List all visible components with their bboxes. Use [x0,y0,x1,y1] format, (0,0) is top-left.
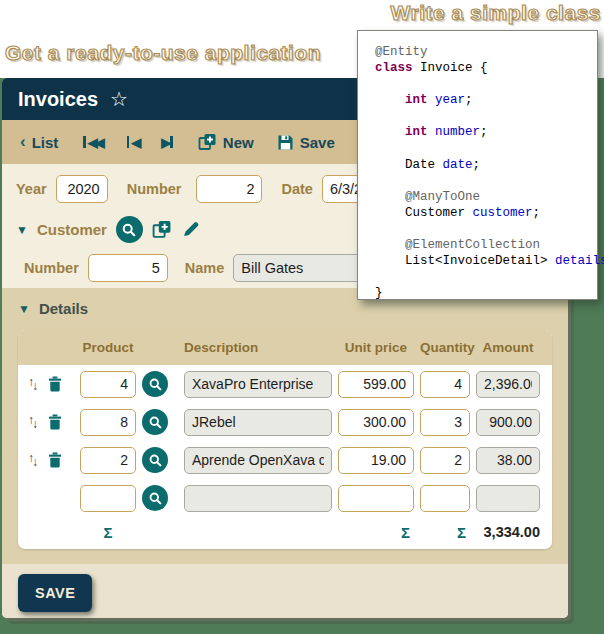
search-icon [148,453,163,468]
table-row: ↑↓ [18,365,552,403]
headline-ready-app: Get a ready-to-use application [5,41,321,65]
add-new-icon [152,220,172,239]
delete-row-button[interactable] [48,452,62,468]
new-button[interactable]: New [198,133,254,151]
table-footer-row: Σ Σ Σ 3,334.00 [18,517,552,549]
list-button[interactable]: ‹ List [20,132,58,152]
amount-field [476,485,540,512]
customer-section-label: Customer [37,221,107,238]
column-header-unit-price: Unit price [338,340,414,355]
column-header-amount: Amount [476,340,540,355]
next-record-button[interactable]: ▶ [161,135,175,150]
chevron-left-icon: ‹ [20,132,26,152]
product-search-button[interactable] [142,485,168,511]
customer-search-button[interactable] [116,216,143,243]
next-record-icon: ▶ [161,135,175,150]
table-header-row: Product Description Unit price Quantity … [18,330,552,365]
table-row [18,479,552,517]
reorder-icon[interactable]: ↑↓ [28,415,40,429]
delete-row-button[interactable] [48,376,62,392]
customer-number-input[interactable] [88,254,168,282]
save-button-label: Save [300,134,335,151]
save-button[interactable]: SAVE [18,574,92,612]
product-search-button[interactable] [142,409,168,435]
quantity-input[interactable] [420,485,470,512]
product-input[interactable] [80,371,136,398]
unit-price-input[interactable] [338,409,414,436]
description-field [184,371,332,398]
customer-edit-button[interactable] [181,220,201,239]
trash-icon [48,414,62,430]
details-table: Product Description Unit price Quantity … [18,330,552,549]
list-button-label: List [32,134,59,151]
details-section-header[interactable]: ▼ Details [18,300,552,317]
product-input[interactable] [80,447,136,474]
first-record-button[interactable]: ◀◀ [81,135,102,150]
customer-number-label: Number [24,260,79,276]
search-icon [148,491,163,506]
previous-record-icon: ◀ [125,135,139,150]
amount-field [476,371,540,398]
trash-icon [48,452,62,468]
save-icon [277,134,294,151]
unit-price-input[interactable] [338,485,414,512]
details-section-label: Details [39,300,88,317]
sum-sigma-icon: Σ [420,524,470,541]
unit-price-input[interactable] [338,371,414,398]
search-icon [148,377,163,392]
product-search-button[interactable] [142,447,168,473]
column-header-quantity: Quantity [420,340,470,355]
new-button-label: New [223,134,254,151]
customer-name-field [233,254,373,282]
code-panel: @Entityclass Invoice { int year; int num… [357,30,598,300]
product-search-button[interactable] [142,371,168,397]
description-field [184,409,332,436]
customer-add-button[interactable] [152,220,172,239]
description-field [184,485,332,512]
reorder-icon[interactable]: ↑↓ [28,377,40,391]
customer-name-label: Name [185,260,225,276]
amount-field [476,447,540,474]
total-amount: 3,334.00 [476,524,540,540]
unit-price-input[interactable] [338,447,414,474]
quantity-input[interactable] [420,371,470,398]
previous-record-button[interactable]: ◀ [125,135,139,150]
number-input[interactable] [196,175,262,203]
collapse-caret-icon: ▼ [18,302,30,316]
column-header-product: Product [80,340,136,355]
first-record-icon: ◀◀ [81,135,102,150]
sum-sigma-icon: Σ [338,524,414,541]
delete-row-button[interactable] [48,414,62,430]
headline-write-class: Write a simple class [391,1,601,25]
action-bar: SAVE [2,564,568,618]
quantity-input[interactable] [420,409,470,436]
page-title: Invoices [18,88,98,111]
pencil-icon [181,220,201,239]
collapse-caret-icon: ▼ [16,223,28,237]
table-row: ↑↓ [18,441,552,479]
reorder-icon[interactable]: ↑↓ [28,453,40,467]
details-section: ▼ Details Product Description Unit price… [2,288,568,564]
search-icon [148,415,163,430]
code-lines: @Entityclass Invoice { int year; int num… [375,44,589,302]
product-input[interactable] [80,485,136,512]
product-input[interactable] [80,409,136,436]
column-header-description: Description [184,340,332,355]
description-field [184,447,332,474]
new-icon [198,133,217,151]
year-input[interactable] [56,175,108,203]
sum-sigma-icon: Σ [80,524,136,541]
save-toolbar-button[interactable]: Save [277,134,335,151]
favorite-star-icon[interactable]: ☆ [110,89,128,109]
year-label: Year [16,181,47,197]
table-row: ↑↓ [18,403,552,441]
search-icon [121,222,137,238]
date-label: Date [281,181,312,197]
number-label: Number [127,181,182,197]
amount-field [476,409,540,436]
trash-icon [48,376,62,392]
quantity-input[interactable] [420,447,470,474]
